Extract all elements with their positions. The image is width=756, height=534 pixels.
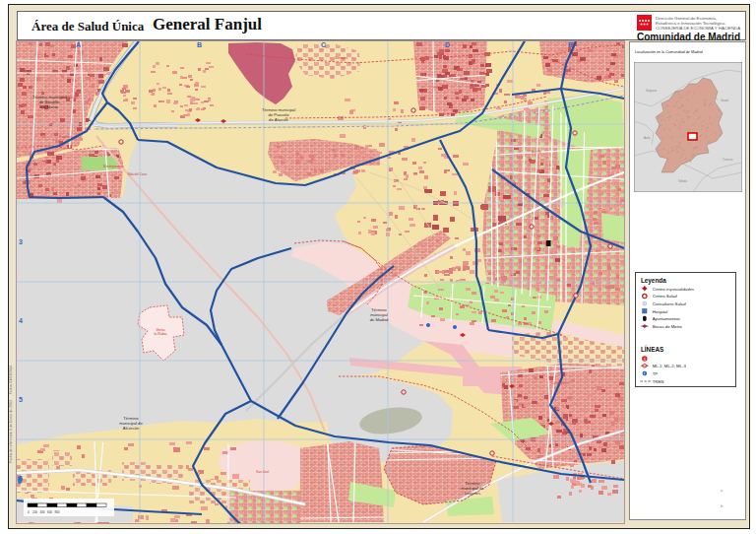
svg-text:Centro Salud: Centro Salud	[653, 294, 678, 299]
svg-text:San José: San José	[256, 470, 270, 474]
svg-text:Cuenca: Cuenca	[723, 158, 733, 162]
svg-text:Hospital: Hospital	[653, 309, 668, 314]
svg-text:Centro especialidades: Centro especialidades	[653, 287, 695, 292]
svg-text:Leganés: Leganés	[465, 491, 480, 496]
svg-text:B: B	[197, 41, 202, 48]
svg-text:0 200 400 600 800: 0 200 400 600 800	[28, 510, 60, 514]
svg-text:Sonsoles: Sonsoles	[335, 56, 348, 60]
svg-text:Alcorcón: Alcorcón	[123, 426, 140, 431]
svg-text:Húmera: Húmera	[433, 86, 445, 90]
svg-text:Leyenda: Leyenda	[641, 277, 666, 285]
svg-text:TREN: TREN	[653, 379, 664, 384]
svg-text:de Alarcón: de Alarcón	[269, 117, 288, 122]
svg-text:Montegancedo: Montegancedo	[103, 165, 124, 168]
svg-text:4: 4	[19, 317, 23, 324]
svg-text:Venta: Venta	[156, 328, 164, 332]
svg-text:Pradillos: Pradillos	[59, 135, 72, 139]
svg-text:Guad.: Guad.	[721, 99, 728, 102]
svg-text:ML-1; ML-2; ML-3: ML-1; ML-2; ML-3	[653, 364, 687, 368]
svg-text:Consultorio Salud: Consultorio Salud	[653, 301, 687, 306]
svg-text:C: C	[321, 41, 326, 48]
svg-text:5: 5	[19, 396, 23, 403]
svg-text:Estadística e Innovación Tecno: Estadística e Innovación Tecnológica	[656, 21, 725, 26]
svg-text:Ávila: Ávila	[644, 136, 651, 140]
svg-text:TP: TP	[653, 371, 659, 376]
svg-text:de Madrid: de Madrid	[370, 317, 389, 322]
svg-text:LÍNEAS: LÍNEAS	[641, 345, 663, 353]
svg-text:Bda del Cano: Bda del Cano	[128, 172, 148, 176]
svg-text:Segovia: Segovia	[646, 89, 657, 93]
svg-text:la Rubia: la Rubia	[154, 332, 166, 336]
svg-text:Aluche: Aluche	[532, 150, 541, 154]
svg-text:A: A	[76, 41, 81, 48]
svg-text:D: D	[445, 41, 450, 48]
svg-text:del Monte: del Monte	[40, 104, 59, 109]
svg-text:Carabanchel: Carabanchel	[551, 381, 569, 385]
svg-text:6: 6	[19, 475, 23, 482]
svg-text:Toledo: Toledo	[678, 179, 687, 183]
svg-text:3: 3	[19, 238, 23, 245]
svg-text:CONSEJERÍA DE ECONOMÍA Y HACIE: CONSEJERÍA DE ECONOMÍA Y HACIENDA	[656, 26, 740, 31]
svg-text:Ayuntamientos: Ayuntamientos	[653, 316, 680, 321]
svg-text:Bocas de Metro: Bocas de Metro	[653, 324, 683, 329]
